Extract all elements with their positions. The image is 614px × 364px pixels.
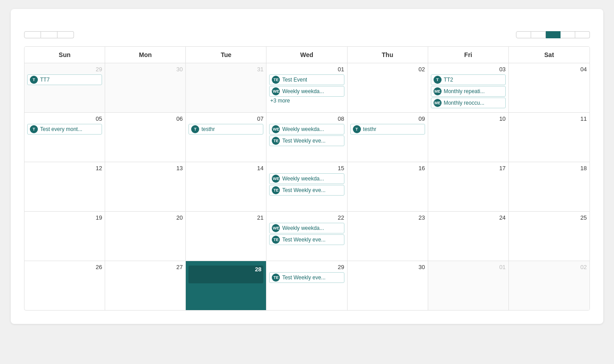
calendar-event[interactable]: TETest Event: [269, 74, 344, 85]
day-header-sat: Sat: [509, 47, 589, 63]
toolbar: [24, 31, 590, 38]
day-cell[interactable]: 25: [509, 212, 589, 261]
event-label: Monthly repeati...: [444, 88, 485, 94]
day-cell[interactable]: 10: [428, 113, 509, 162]
view-year-button[interactable]: [575, 31, 590, 38]
day-number: 09: [350, 115, 425, 122]
more-events-link[interactable]: +3 more: [269, 98, 344, 104]
day-cell[interactable]: 06: [105, 113, 186, 162]
day-cell[interactable]: 29TTT7: [25, 63, 105, 112]
day-cell[interactable]: 24: [428, 212, 509, 261]
day-number: 13: [108, 165, 183, 172]
event-label: testhr: [363, 126, 377, 132]
day-header-tue: Tue: [186, 47, 266, 63]
day-cell[interactable]: 17: [428, 162, 509, 211]
calendar-event[interactable]: TETest Weekly eve...: [269, 272, 344, 283]
event-label: testhr: [201, 126, 215, 132]
calendar-event[interactable]: TTest every mont...: [27, 124, 102, 135]
calendar-event[interactable]: TTT2: [431, 74, 506, 85]
view-month-button[interactable]: [546, 31, 561, 38]
day-number: 04: [512, 66, 587, 73]
event-icon: T: [30, 125, 38, 133]
calendar-event[interactable]: WEWeekly weekda...: [269, 124, 344, 135]
day-cell[interactable]: 31: [186, 63, 266, 112]
day-cell[interactable]: 12: [25, 162, 105, 211]
day-cell[interactable]: 19: [25, 212, 105, 261]
day-cell[interactable]: 20: [105, 212, 186, 261]
day-cell[interactable]: 13: [105, 162, 186, 211]
day-cell[interactable]: 30: [105, 63, 186, 112]
day-cell[interactable]: 04: [509, 63, 589, 112]
day-number: 29: [269, 264, 344, 270]
day-cell[interactable]: 02: [509, 261, 589, 310]
calendar-event[interactable]: TETest Weekly eve...: [269, 135, 344, 146]
day-cell[interactable]: 18: [509, 162, 589, 211]
event-icon: T: [30, 76, 38, 84]
day-cell[interactable]: 01: [428, 261, 509, 310]
day-number: 19: [27, 214, 102, 221]
today-button[interactable]: [24, 31, 41, 38]
day-number: 17: [431, 165, 506, 172]
calendar-event[interactable]: TETest Weekly eve...: [269, 185, 344, 196]
day-header-thu: Thu: [348, 47, 428, 63]
day-number: 01: [269, 66, 344, 73]
day-number: 16: [350, 165, 425, 172]
day-cell[interactable]: 27: [105, 261, 186, 310]
week-row: 19202122WEWeekly weekda...TETest Weekly …: [25, 212, 589, 261]
day-number: 26: [27, 264, 102, 270]
day-cell[interactable]: 08WEWeekly weekda...TETest Weekly eve...: [266, 113, 347, 162]
calendar-event[interactable]: Ttesthr: [188, 124, 263, 135]
day-cell[interactable]: 05TTest every mont...: [25, 113, 105, 162]
previous-button[interactable]: [41, 31, 57, 38]
day-number: 18: [512, 165, 587, 172]
view-week-button[interactable]: [531, 31, 546, 38]
day-cell[interactable]: 02: [348, 63, 428, 112]
day-number: 01: [431, 264, 506, 270]
day-cell[interactable]: 23: [348, 212, 428, 261]
calendar-event[interactable]: TTT7: [27, 74, 102, 85]
day-cell[interactable]: 28: [186, 261, 266, 310]
day-number: 14: [188, 165, 263, 172]
week-row: 05TTest every mont...0607Ttesthr08WEWeek…: [25, 113, 589, 162]
day-number: 30: [350, 264, 425, 270]
event-icon: ME: [434, 99, 442, 107]
day-number: 23: [350, 214, 425, 221]
event-label: Test Weekly eve...: [282, 187, 325, 193]
day-number: 10: [431, 115, 506, 122]
day-cell[interactable]: 09Ttesthr: [348, 113, 428, 162]
event-icon: T: [434, 76, 442, 84]
day-number: 12: [27, 165, 102, 172]
day-cell[interactable]: 11: [509, 113, 589, 162]
day-number: 22: [269, 214, 344, 221]
day-cell[interactable]: 01TETest EventWEWeekly weekda...+3 more: [266, 63, 347, 112]
day-cell[interactable]: 16: [348, 162, 428, 211]
calendar-event[interactable]: MEMonthly reoccu...: [431, 98, 506, 108]
day-cell[interactable]: 07Ttesthr: [186, 113, 266, 162]
calendar-event[interactable]: WEWeekly weekda...: [269, 86, 344, 97]
day-number: 11: [512, 115, 587, 122]
day-cell[interactable]: 30: [348, 261, 428, 310]
view-list-button[interactable]: [561, 31, 575, 38]
calendar-event[interactable]: WEWeekly weekda...: [269, 223, 344, 233]
weeks: 29TTT7303101TETest EventWEWeekly weekda.…: [25, 63, 589, 310]
next-button[interactable]: [57, 31, 74, 38]
day-number: 31: [188, 66, 263, 73]
calendar-event[interactable]: Ttesthr: [350, 124, 425, 135]
day-cell[interactable]: 26: [25, 261, 105, 310]
day-cell[interactable]: 03TTT2MEMonthly repeati...MEMonthly reoc…: [428, 63, 509, 112]
day-number: 02: [350, 66, 425, 73]
day-number: 24: [431, 214, 506, 221]
calendar-event[interactable]: MEMonthly repeati...: [431, 86, 506, 97]
event-icon: TE: [272, 137, 280, 145]
event-label: Test every mont...: [40, 126, 82, 132]
day-cell[interactable]: 14: [186, 162, 266, 211]
view-day-button[interactable]: [516, 31, 531, 38]
day-cell[interactable]: 22WEWeekly weekda...TETest Weekly eve...: [266, 212, 347, 261]
day-cell[interactable]: 21: [186, 212, 266, 261]
day-number: 29: [27, 66, 102, 73]
calendar-event[interactable]: TETest Weekly eve...: [269, 234, 344, 245]
day-number: 02: [512, 264, 587, 270]
day-cell[interactable]: 29TETest Weekly eve...: [266, 261, 347, 310]
calendar-event[interactable]: WEWeekly weekda...: [269, 173, 344, 184]
day-cell[interactable]: 15WEWeekly weekda...TETest Weekly eve...: [266, 162, 347, 211]
